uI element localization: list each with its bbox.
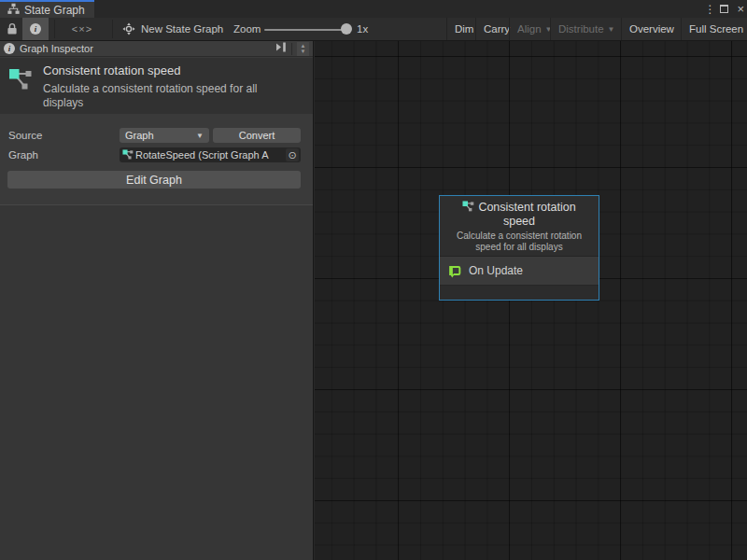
lock-button[interactable] — [4, 18, 21, 40]
dim-label: Dim — [455, 23, 473, 35]
graph-canvas[interactable]: Consistent rotation speed Calculate a co… — [315, 41, 747, 560]
graph-object-value: RotateSpeed (Script Graph A — [135, 149, 286, 161]
new-state-graph-button[interactable]: New State Graph — [122, 18, 227, 40]
code-view-button[interactable]: <×> — [65, 18, 99, 40]
spin-down-icon: ▼ — [301, 49, 306, 54]
script-graph-icon — [122, 149, 134, 161]
graph-field-label: Graph — [8, 149, 38, 161]
state-node-footer — [440, 285, 599, 300]
window-menu-icon[interactable]: ⋮ — [704, 3, 712, 16]
zoom-slider-handle[interactable] — [341, 23, 352, 35]
graph-toolbar: i <×> New State Graph Zoom 1x Dim Carry — [0, 18, 747, 41]
graph-inspector-panel: i Graph Inspector ▲ ▼ — [0, 41, 314, 560]
state-node-description: Calculate a consistent rotation speed fo… — [449, 231, 589, 253]
graph-inspector-header: i Graph Inspector ▲ ▼ — [0, 41, 313, 57]
script-graph-icon — [462, 201, 474, 213]
align-label: Align — [517, 23, 542, 35]
close-icon[interactable]: × — [737, 3, 744, 15]
new-state-graph-label: New State Graph — [141, 23, 223, 35]
dock-panel-icon[interactable] — [275, 42, 287, 55]
source-label: Source — [8, 130, 42, 141]
distribute-button[interactable]: Distribute ▼ — [550, 18, 623, 40]
object-picker-icon[interactable]: ⊙ — [286, 148, 299, 161]
inspector-toggle-button[interactable]: i — [22, 18, 49, 40]
distribute-label: Distribute — [558, 23, 604, 35]
overview-label: Overview — [629, 23, 674, 35]
toolbar-separator — [54, 20, 55, 38]
overview-button[interactable]: Overview — [621, 18, 682, 40]
toolbar-separator — [112, 20, 113, 38]
zoom-value: 1x — [357, 23, 368, 35]
state-graph-window: State Graph ⋮ × i <×> — [0, 0, 747, 560]
graph-object-field[interactable]: RotateSpeed (Script Graph A ⊙ — [120, 147, 301, 162]
graph-description: Calculate a consistent rotation speed fo… — [43, 82, 295, 110]
state-node-event-row[interactable]: On Update — [440, 256, 599, 285]
full-screen-button[interactable]: Full Screen — [681, 18, 747, 40]
chevron-down-icon: ▼ — [608, 25, 615, 34]
script-graph-icon — [8, 68, 34, 96]
lock-icon — [7, 22, 18, 35]
tab-bar: State Graph ⋮ × — [0, 0, 747, 18]
zoom-slider-track[interactable] — [264, 29, 348, 31]
state-node-consistent-rotation-speed[interactable]: Consistent rotation speed Calculate a co… — [439, 195, 599, 301]
info-icon: i — [4, 43, 15, 54]
graph-description-box: Consistent rotation speed Calculate a co… — [0, 58, 313, 114]
edit-graph-button[interactable]: Edit Graph — [7, 171, 301, 189]
convert-label: Convert — [239, 130, 275, 141]
full-screen-label: Full Screen — [689, 23, 743, 35]
header-separator — [291, 43, 292, 55]
code-icon: <×> — [72, 23, 92, 35]
chevron-down-icon: ▼ — [196, 132, 204, 140]
edit-graph-label: Edit Graph — [126, 174, 182, 187]
state-node-title: Consistent rotation speed — [458, 201, 580, 229]
state-unit-icon — [122, 22, 135, 35]
tab-state-graph[interactable]: State Graph — [0, 0, 94, 18]
state-node-header: Consistent rotation speed Calculate a co… — [440, 196, 599, 256]
info-icon: i — [30, 23, 41, 35]
source-dropdown[interactable]: Graph ▼ — [120, 128, 209, 143]
source-dropdown-value: Graph — [125, 130, 196, 141]
on-update-icon — [447, 263, 462, 278]
panel-scrubber[interactable]: ▲ ▼ — [297, 42, 309, 56]
zoom-label: Zoom — [233, 23, 261, 35]
inspector-empty-area — [0, 204, 313, 560]
window-controls: ⋮ × — [704, 0, 744, 18]
hierarchy-icon — [7, 3, 20, 18]
tab-label: State Graph — [24, 4, 85, 17]
maximize-icon[interactable] — [720, 5, 728, 13]
on-update-label: On Update — [469, 264, 523, 277]
carry-label: Carry — [484, 23, 510, 35]
graph-inspector-title: Graph Inspector — [20, 43, 271, 54]
graph-title: Consistent rotation speed — [43, 63, 180, 77]
state-node-title-text: Consistent rotation speed — [478, 201, 575, 228]
convert-button[interactable]: Convert — [213, 128, 301, 143]
